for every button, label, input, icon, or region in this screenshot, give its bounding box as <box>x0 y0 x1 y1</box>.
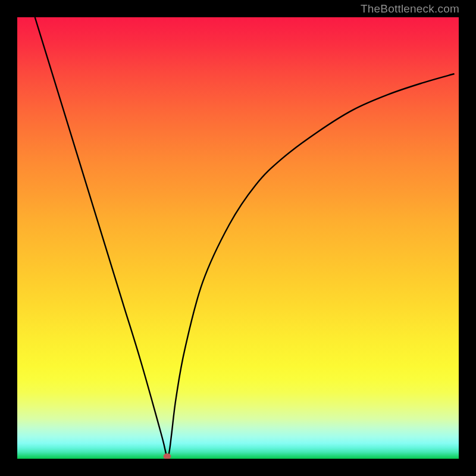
plot-area <box>17 17 459 459</box>
watermark: TheBottleneck.com <box>361 2 459 15</box>
curve-svg <box>17 17 459 459</box>
bottleneck-curve <box>35 17 455 459</box>
chart-container: TheBottleneck.com <box>0 0 476 476</box>
optimal-point-marker <box>163 453 171 459</box>
